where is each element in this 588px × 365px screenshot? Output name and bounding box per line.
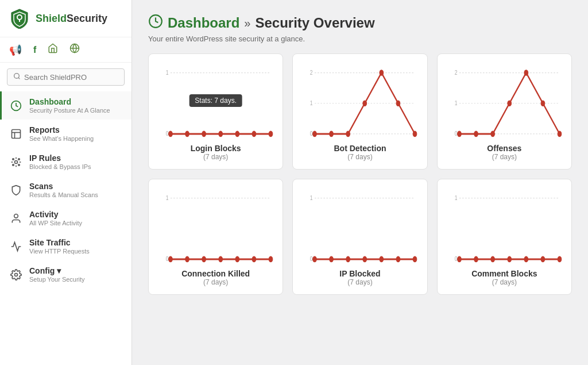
- config-icon: [10, 268, 22, 281]
- chart-svg-login-blocks: 10: [157, 63, 274, 138]
- svg-point-30: [235, 131, 239, 136]
- chart-area-offenses: 210: [446, 63, 563, 138]
- svg-point-20: [15, 273, 18, 276]
- chart-area-comment-blocks: 10: [446, 189, 563, 263]
- svg-point-45: [413, 131, 417, 136]
- svg-point-64: [185, 256, 189, 262]
- svg-point-80: [413, 256, 417, 262]
- scans-icon: [10, 184, 22, 197]
- svg-rect-7: [12, 129, 21, 138]
- svg-text:0: 0: [166, 255, 169, 263]
- chart-area-login-blocks: 10 Stats: 7 days.: [157, 63, 274, 138]
- svg-text:1: 1: [166, 194, 169, 202]
- svg-point-28: [202, 131, 206, 136]
- site-traffic-title: Site Traffic: [29, 238, 90, 247]
- chart-area-bot-detection: 210: [301, 63, 419, 138]
- svg-text:1: 1: [166, 69, 169, 76]
- chart-card-comment-blocks: 10 Comment Blocks (7 days): [437, 179, 572, 295]
- svg-point-52: [457, 131, 461, 136]
- svg-point-76: [346, 256, 350, 262]
- chart-label-ip-blocked: IP Blocked: [301, 269, 419, 278]
- page-title-main: Dashboard: [168, 15, 239, 31]
- sidebar-item-activity[interactable]: Activity All WP Site Activity: [0, 204, 131, 232]
- chart-card-ip-blocked: 10 IP Blocked (7 days): [292, 179, 427, 295]
- search-bar[interactable]: [7, 68, 125, 86]
- chart-svg-comment-blocks: 10: [446, 189, 563, 263]
- svg-point-18: [18, 164, 20, 166]
- config-subtitle: Setup Your Security: [29, 276, 85, 283]
- sidebar: ShieldSecurity 📢 f Dashboard Security Po…: [0, 0, 132, 365]
- svg-point-63: [169, 256, 173, 262]
- ip-rules-subtitle: Blocked & Bypass IPs: [29, 163, 91, 170]
- svg-point-69: [269, 256, 273, 262]
- svg-point-56: [524, 70, 528, 75]
- chart-svg-connection-killed: 10: [157, 189, 274, 263]
- svg-point-89: [524, 256, 528, 262]
- svg-text:0: 0: [454, 255, 457, 263]
- svg-text:0: 0: [310, 255, 313, 263]
- chart-sublabel-login-blocks: (7 days): [157, 153, 274, 161]
- sidebar-item-site-traffic[interactable]: Site Traffic View HTTP Requests: [0, 232, 131, 260]
- svg-point-44: [396, 101, 400, 106]
- svg-point-26: [169, 131, 173, 136]
- svg-text:2: 2: [310, 69, 313, 76]
- chart-label-bot-detection: Bot Detection: [301, 144, 419, 153]
- page-title-row: Dashboard » Security Overview: [148, 14, 572, 32]
- svg-text:1: 1: [454, 99, 457, 107]
- reports-icon: [10, 128, 22, 140]
- sidebar-item-reports[interactable]: Reports See What's Happening: [0, 120, 131, 148]
- sidebar-item-scans[interactable]: Scans Results & Manual Scans: [0, 176, 131, 204]
- svg-text:0: 0: [166, 130, 169, 137]
- svg-point-65: [202, 256, 206, 262]
- svg-point-32: [269, 131, 273, 136]
- svg-point-19: [14, 214, 18, 218]
- chart-label-connection-killed: Connection Killed: [157, 269, 274, 278]
- activity-subtitle: All WP Site Activity: [29, 220, 82, 226]
- svg-point-39: [313, 131, 317, 136]
- svg-point-74: [313, 256, 317, 262]
- svg-point-88: [507, 256, 511, 262]
- svg-point-75: [330, 256, 334, 262]
- sidebar-item-config[interactable]: Config ▾ Setup Your Security: [0, 260, 131, 289]
- globe-icon[interactable]: [69, 43, 80, 56]
- config-title: Config ▾: [29, 266, 85, 275]
- chart-label-comment-blocks: Comment Blocks: [446, 269, 563, 278]
- chart-area-connection-killed: 10: [157, 189, 274, 263]
- svg-point-27: [185, 131, 189, 136]
- svg-point-91: [558, 256, 562, 262]
- chart-label-offenses: Offenses: [446, 144, 563, 153]
- dashboard-clock-icon: [148, 14, 163, 32]
- svg-point-90: [541, 256, 545, 262]
- logo-area: ShieldSecurity: [0, 0, 131, 37]
- svg-text:0: 0: [310, 130, 313, 137]
- charts-grid: 10 Stats: 7 days. Login Blocks (7 days) …: [148, 53, 572, 295]
- search-input[interactable]: [24, 73, 118, 82]
- sidebar-item-ip-rules[interactable]: IP Rules Blocked & Bypass IPs: [0, 148, 131, 176]
- chart-sublabel-offenses: (7 days): [446, 153, 563, 161]
- ip-rules-title: IP Rules: [29, 153, 91, 163]
- sidebar-social-icons: 📢 f: [0, 37, 131, 63]
- site-traffic-icon: [10, 240, 22, 253]
- page-subtitle: Your entire WordPress site security at a…: [148, 34, 572, 43]
- search-icon: [13, 72, 21, 82]
- sidebar-item-dashboard[interactable]: Dashboard Security Posture At A Glance: [0, 91, 131, 120]
- svg-point-57: [541, 101, 545, 106]
- ip-rules-icon: [10, 156, 22, 168]
- svg-text:2: 2: [454, 69, 457, 76]
- facebook-icon[interactable]: f: [33, 45, 36, 55]
- svg-text:1: 1: [454, 194, 457, 202]
- svg-point-17: [13, 164, 14, 166]
- page-header: Dashboard » Security Overview Your entir…: [148, 14, 572, 43]
- svg-point-68: [252, 256, 256, 262]
- chart-sublabel-connection-killed: (7 days): [157, 278, 274, 286]
- home-icon[interactable]: [48, 43, 58, 56]
- chart-area-ip-blocked: 10: [301, 189, 419, 263]
- svg-point-87: [490, 256, 494, 262]
- page-title-sub: Security Overview: [255, 15, 374, 31]
- svg-point-4: [14, 74, 20, 79]
- dashboard-subtitle: Security Posture At A Glance: [29, 107, 110, 114]
- svg-point-79: [396, 256, 400, 262]
- reports-title: Reports: [29, 125, 94, 135]
- svg-point-77: [363, 256, 367, 262]
- megaphone-icon[interactable]: 📢: [9, 44, 22, 56]
